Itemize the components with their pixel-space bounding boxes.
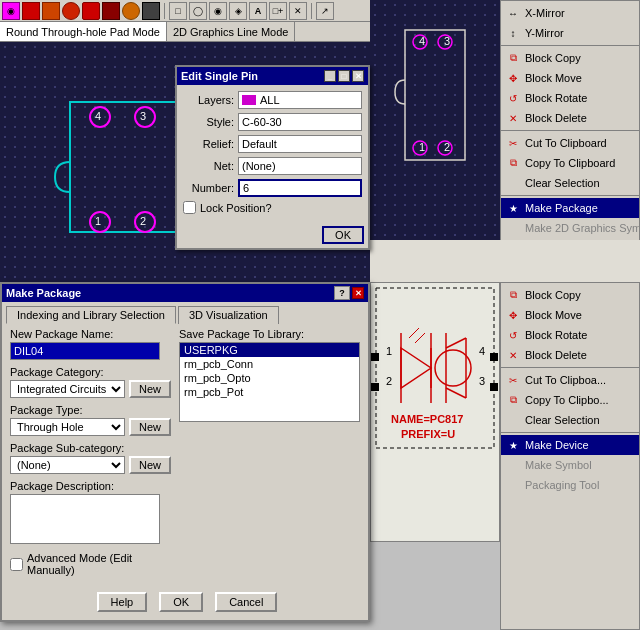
pkg-name-input[interactable] [10, 342, 160, 360]
make-pkg-cancel-btn[interactable]: Cancel [215, 592, 277, 612]
pkg-category-new[interactable]: New [129, 380, 171, 398]
tool-btn-5[interactable] [82, 2, 100, 20]
tool-btn-4[interactable] [62, 2, 80, 20]
make-pkg-ok-btn[interactable]: OK [159, 592, 203, 612]
menu-block-move[interactable]: ✥ Block Move [501, 68, 639, 88]
svg-text:PREFIX=U: PREFIX=U [401, 428, 455, 440]
menu-clear-bottom[interactable]: Clear Selection [501, 410, 639, 430]
layers-row: Layers: ALL [183, 91, 362, 109]
lib-item-userpkg[interactable]: USERPKG [180, 343, 359, 357]
lib-item-opto[interactable]: rm_pcb_Opto [180, 371, 359, 385]
style-value[interactable]: C-60-30 [238, 113, 362, 131]
menu-block-rotate[interactable]: ↺ Block Rotate [501, 88, 639, 108]
menu-cut-label-bottom: Cut To Clipboa... [525, 374, 606, 386]
block-rotate-icon-top: ↺ [505, 90, 521, 106]
make-pkg-help-icon[interactable]: ? [334, 286, 350, 300]
tool-btn-11[interactable]: ◉ [209, 2, 227, 20]
menu-block-move-label-top: Block Move [525, 72, 582, 84]
svg-text:4: 4 [479, 345, 485, 357]
net-row: Net: (None) [183, 157, 362, 175]
mini-pcb: 4 3 1 2 [390, 20, 480, 200]
pkg-category-label: Package Category: [10, 366, 171, 378]
relief-label: Relief: [183, 138, 238, 150]
mode-label-right: 2D Graphics Line Mode [167, 22, 296, 41]
menu-make-device-label: Make Device [525, 439, 589, 451]
block-rotate-icon-bottom: ↺ [505, 327, 521, 343]
mini-canvas[interactable]: 4 3 1 2 [370, 0, 500, 240]
menu-copy-clipboard[interactable]: ⧉ Copy To Clipboard [501, 153, 639, 173]
menu-x-mirror-label: X-Mirror [525, 7, 565, 19]
advanced-checkbox[interactable] [10, 558, 23, 571]
menu-make-2d: Make 2D Graphics Sym [501, 218, 639, 238]
lib-item-pot[interactable]: rm_pcb_Pot [180, 385, 359, 399]
menu-cut-clipboard[interactable]: ✂ Cut To Clipboard [501, 133, 639, 153]
tool-btn-12[interactable]: ◈ [229, 2, 247, 20]
svg-text:2: 2 [140, 215, 146, 227]
menu-x-mirror[interactable]: ↔ X-Mirror [501, 3, 639, 23]
tool-btn-10[interactable]: ◯ [189, 2, 207, 20]
menu-make-package[interactable]: ★ Make Package [501, 198, 639, 218]
menu-clear-selection[interactable]: Clear Selection [501, 173, 639, 193]
menu-y-mirror[interactable]: ↕ Y-Mirror [501, 23, 639, 43]
menu-copy-label-bottom: Copy To Clipbo... [525, 394, 609, 406]
svg-line-28 [415, 333, 425, 343]
tool-btn-9[interactable]: □ [169, 2, 187, 20]
menu-copy-bottom[interactable]: ⧉ Copy To Clipbo... [501, 390, 639, 410]
edit-pin-maximize[interactable]: □ [338, 70, 350, 82]
pkg-type-new[interactable]: New [129, 418, 171, 436]
tab-3d[interactable]: 3D Visualization [178, 306, 279, 324]
menu-sep-3 [501, 195, 639, 196]
number-label: Number: [183, 182, 238, 194]
tool-btn-2[interactable] [22, 2, 40, 20]
svg-text:3: 3 [444, 35, 450, 47]
pkg-category-dropdown[interactable]: Integrated Circuits [10, 380, 125, 398]
make-pkg-close[interactable]: ✕ [352, 287, 364, 299]
menu-y-mirror-label: Y-Mirror [525, 27, 564, 39]
menu-make-device[interactable]: ★ Make Device [501, 435, 639, 455]
pkg-type-dropdown[interactable]: Through Hole [10, 418, 125, 436]
tool-btn-14[interactable]: □+ [269, 2, 287, 20]
tool-btn-7[interactable] [122, 2, 140, 20]
menu-clear-label-top: Clear Selection [525, 177, 600, 189]
menu-block-rotate-bottom[interactable]: ↺ Block Rotate [501, 325, 639, 345]
menu-block-delete-bottom[interactable]: ✕ Block Delete [501, 345, 639, 365]
menu-block-copy-label-bottom: Block Copy [525, 289, 581, 301]
pkg-subcat-dropdown[interactable]: (None) [10, 456, 125, 474]
edit-pin-ok[interactable]: OK [322, 226, 364, 244]
lock-checkbox[interactable] [183, 201, 196, 214]
copy-icon-top: ⧉ [505, 155, 521, 171]
tool-btn-16[interactable]: ↗ [316, 2, 334, 20]
tool-btn-8[interactable] [142, 2, 160, 20]
tab-indexing[interactable]: Indexing and Library Selection [6, 306, 176, 324]
edit-pin-minimize[interactable]: _ [324, 70, 336, 82]
menu-block-copy-bottom[interactable]: ⧉ Block Copy [501, 285, 639, 305]
menu-block-copy-label-top: Block Copy [525, 52, 581, 64]
layers-value[interactable]: ALL [238, 91, 362, 109]
menu-block-delete[interactable]: ✕ Block Delete [501, 108, 639, 128]
style-label: Style: [183, 116, 238, 128]
toolbar-sep-2 [311, 3, 312, 19]
menu-block-move-bottom[interactable]: ✥ Block Move [501, 305, 639, 325]
pkg-subcat-new[interactable]: New [129, 456, 171, 474]
make-pkg-title: Make Package [6, 287, 81, 299]
tool-btn-1[interactable]: ◉ [2, 2, 20, 20]
tool-btn-15[interactable]: ✕ [289, 2, 307, 20]
edit-pin-close[interactable]: ✕ [352, 70, 364, 82]
relief-value[interactable]: Default [238, 135, 362, 153]
svg-text:2: 2 [386, 375, 392, 387]
block-delete-icon-top: ✕ [505, 110, 521, 126]
tool-btn-13[interactable]: A [249, 2, 267, 20]
advanced-row: Advanced Mode (Edit Manually) [10, 552, 171, 576]
make-pkg-help-btn[interactable]: Help [97, 592, 148, 612]
tool-btn-6[interactable] [102, 2, 120, 20]
net-value[interactable]: (None) [238, 157, 362, 175]
x-mirror-icon: ↔ [505, 5, 521, 21]
menu-cut-bottom[interactable]: ✂ Cut To Clipboa... [501, 370, 639, 390]
tool-btn-3[interactable] [42, 2, 60, 20]
pkg-desc-textarea[interactable] [10, 494, 160, 544]
lib-item-conn[interactable]: rm_pcb_Conn [180, 357, 359, 371]
menu-sep-bottom-2 [501, 432, 639, 433]
svg-text:1: 1 [419, 141, 425, 153]
number-value[interactable]: 6 [238, 179, 362, 197]
menu-block-copy[interactable]: ⧉ Block Copy [501, 48, 639, 68]
